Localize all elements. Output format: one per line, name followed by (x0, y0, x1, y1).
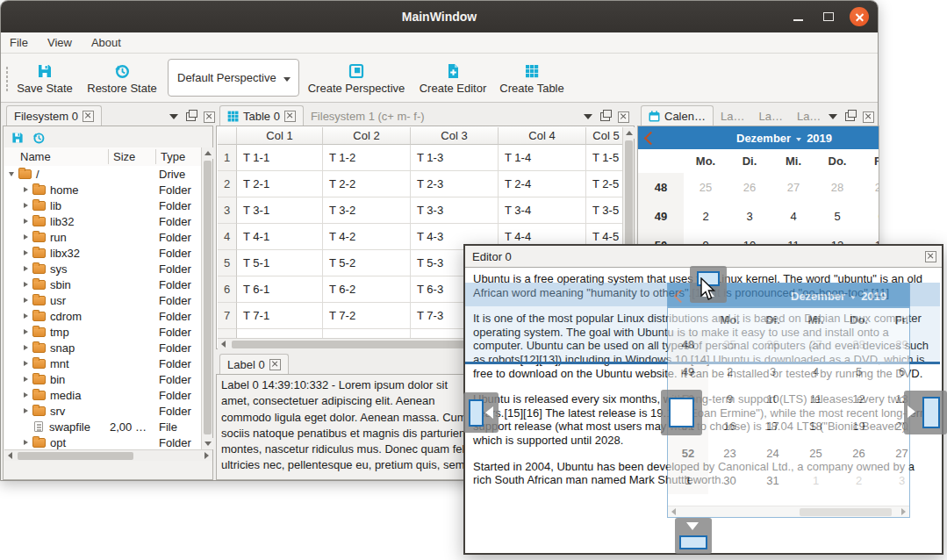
year-label[interactable]: 2019 (807, 132, 832, 145)
table-cell[interactable]: T 2-5 (586, 171, 622, 197)
calendar-day-cell[interactable]: 9 (708, 385, 751, 413)
expander-icon[interactable] (20, 329, 31, 334)
calendar-day-cell[interactable]: 31 (751, 467, 794, 494)
tree-row-snap[interactable]: snapFolder (4, 340, 201, 355)
table-cell[interactable]: T 1-4 (499, 145, 586, 171)
calendar-day-cell[interactable]: 29 (880, 331, 910, 358)
scroll-up-icon[interactable] (204, 151, 212, 155)
table-cell[interactable]: T 3-5 (586, 197, 622, 224)
calendar-day-cell[interactable]: 23 (708, 440, 751, 467)
calendar-day-cell[interactable]: 19 (837, 413, 880, 440)
calendar-day-cell[interactable]: 29 (859, 173, 879, 202)
table-cell[interactable]: T 6-1 (237, 276, 323, 303)
drop-indicator-left[interactable] (463, 392, 499, 433)
expander-icon[interactable] (20, 219, 31, 224)
calendar-day-cell[interactable]: 6 (880, 358, 910, 385)
calendar-day-cell[interactable]: 26 (728, 173, 771, 202)
minimize-button[interactable] (788, 7, 807, 26)
drop-indicator-center[interactable] (661, 390, 702, 435)
calendar-day-cell[interactable]: 27 (794, 331, 837, 358)
table-cell[interactable]: T 4-2 (323, 224, 411, 250)
tab-close-icon[interactable] (284, 111, 296, 122)
restore-state-button[interactable]: Restore State (82, 57, 162, 99)
column-header-type[interactable]: Type (161, 150, 185, 163)
table-cell[interactable]: T 2-1 (237, 171, 323, 197)
previous-month-icon[interactable] (644, 131, 658, 145)
save-state-button[interactable]: Save State (10, 57, 80, 99)
table-cell[interactable]: T 8-1 (237, 329, 323, 338)
tree-header[interactable]: Name Size Type (4, 147, 201, 167)
table-cell[interactable]: T 3-3 (411, 197, 499, 224)
calendar-day-cell[interactable]: 2 (708, 358, 751, 385)
table-cell[interactable]: T 3-2 (323, 197, 411, 224)
tree-row-lib32[interactable]: lib32Folder (4, 213, 201, 229)
calendar-day-cell[interactable]: 18 (794, 413, 837, 440)
scroll-down-icon[interactable] (204, 442, 212, 446)
drop-indicator-bottom[interactable] (675, 518, 712, 554)
calendar-day-cell[interactable]: 17 (751, 413, 794, 440)
expander-icon[interactable] (20, 361, 31, 366)
tree-row-cdrom[interactable]: cdromFolder (4, 308, 201, 324)
calendar-day-cell[interactable]: 1 (794, 467, 837, 494)
tab-calendar[interactable]: Calen… (641, 105, 714, 126)
scroll-up-icon[interactable] (626, 131, 633, 135)
float-panel-icon[interactable] (845, 112, 855, 121)
calendar-day-cell[interactable]: 25 (794, 440, 837, 467)
tree-row-home[interactable]: homeFolder (4, 182, 201, 197)
create-table-button[interactable]: Create Table (494, 57, 570, 99)
month-label[interactable]: Dezember (736, 132, 791, 145)
calendar-day-cell[interactable]: 25 (684, 173, 728, 202)
month-label[interactable]: Dezember (791, 290, 845, 303)
scroll-left-icon[interactable] (221, 341, 226, 348)
tab-label-2[interactable]: La… (751, 106, 789, 126)
table-cell[interactable]: T 2-2 (323, 171, 411, 197)
column-header-5[interactable]: Col 5 (586, 127, 622, 145)
close-panel-icon[interactable] (863, 111, 874, 123)
calendar-day-cell[interactable]: 11 (794, 385, 837, 413)
calendar-nav-bar[interactable]: Dezember2019 (638, 126, 879, 149)
tree-row-bin[interactable]: binFolder (4, 371, 201, 387)
table-cell[interactable]: T 2-3 (411, 171, 499, 197)
month-dropdown-icon[interactable] (850, 296, 856, 302)
expander-icon[interactable] (20, 250, 31, 255)
calendar-day-cell[interactable]: 24 (751, 440, 794, 467)
titlebar[interactable]: MainWindow (1, 1, 878, 32)
tree-row-sys[interactable]: sysFolder (4, 261, 201, 276)
table-cell[interactable]: T 7-1 (237, 303, 323, 329)
expander-icon[interactable] (20, 440, 31, 445)
table-cell[interactable]: T 3-4 (499, 197, 586, 224)
table-cell[interactable]: T 1-1 (237, 145, 323, 171)
perspective-selector[interactable]: Default Perspective (168, 59, 299, 97)
panel-menu-icon[interactable] (584, 114, 592, 124)
expander-icon[interactable] (20, 377, 31, 382)
calendar-day-cell[interactable]: 28 (837, 331, 880, 358)
tree-horizontal-scrollbar[interactable] (4, 449, 212, 461)
calendar-day-cell[interactable]: 5 (815, 202, 859, 231)
calendar-day-cell[interactable]: 3 (880, 467, 910, 494)
maximize-button[interactable] (819, 7, 838, 26)
expander-icon[interactable] (20, 203, 31, 208)
save-layout-icon[interactable] (11, 131, 25, 145)
column-header-2[interactable]: Col 2 (323, 127, 411, 145)
menu-view[interactable]: View (47, 36, 72, 49)
create-editor-button[interactable]: Create Editor (413, 57, 492, 99)
tab-close-icon[interactable] (83, 111, 94, 122)
calendar-day-cell[interactable]: 26 (837, 440, 880, 467)
tab-label-1[interactable]: La… (714, 106, 751, 126)
close-panel-icon[interactable] (618, 111, 629, 123)
editor-close-icon[interactable] (925, 251, 936, 262)
scroll-left-icon[interactable] (8, 452, 12, 459)
tree-row-sbin[interactable]: sbinFolder (4, 276, 201, 292)
table-cell[interactable]: T 5-2 (323, 250, 411, 276)
calendar-day-cell[interactable]: 2 (837, 467, 880, 494)
table-cell[interactable]: T 3-1 (237, 197, 323, 224)
scrollbar-thumb[interactable] (204, 161, 212, 434)
column-header-1[interactable]: Col 1 (237, 127, 323, 145)
calendar-day-cell[interactable]: 2 (684, 202, 728, 231)
year-label[interactable]: 2019 (861, 290, 886, 303)
restore-layout-icon[interactable] (32, 131, 46, 145)
tree-row-media[interactable]: mediaFolder (4, 387, 201, 403)
column-header-3[interactable]: Col 3 (411, 127, 499, 145)
tab-table-0[interactable]: Table 0 (219, 105, 304, 126)
table-cell[interactable]: T 1-2 (323, 145, 411, 171)
